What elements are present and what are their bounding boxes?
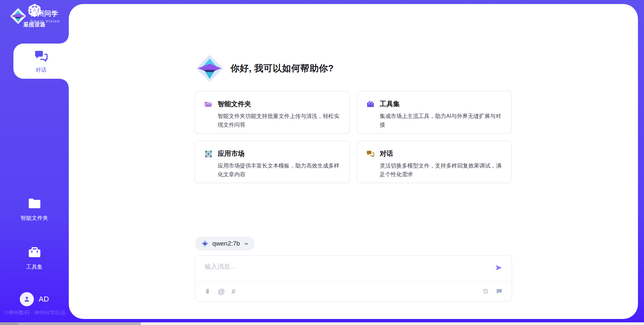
app: 你好, 我可以如何帮助你? 智能文件夹 智能文件夹功能支持批量文件上传与清洗，轻… (0, 0, 644, 325)
folder-open-icon (204, 100, 213, 109)
paperclip-icon[interactable] (204, 288, 211, 295)
card-title: 工具集 (380, 100, 502, 109)
card-smart-folder[interactable]: 智能文件夹 智能文件夹功能支持批量文件上传与清洗，轻松实现文件问答 (195, 91, 350, 133)
sidebar-item-smart-folder[interactable]: 智能文件夹 (0, 193, 69, 224)
sidebar: 神州问学 Smart Vision 对话 智能文件夹 工具集 (0, 0, 69, 325)
card-description: 应用市场提供丰富长文本模板，助力高效生成多样化文章内容 (218, 161, 340, 179)
card-app-market[interactable]: 应用市场 应用市场提供丰富长文本模板，助力高效生成多样化文章内容 (195, 141, 350, 183)
feature-cards: 智能文件夹 智能文件夹功能支持批量文件上传与清洗，轻松实现文件问答 工具集 集成… (195, 91, 512, 183)
at-sign-icon[interactable]: @ (218, 288, 225, 295)
horizontal-scrollbar[interactable] (0, 322, 644, 325)
model-selector[interactable]: qwen2:7b (195, 237, 255, 251)
sidebar-item-settings[interactable]: 系统设置 (0, 0, 69, 31)
card-toolset[interactable]: 工具集 集成市场上主流工具，助力AI与外界无缝扩展与对接 (357, 91, 512, 133)
toolbox-icon (366, 100, 375, 109)
content-column: 你好, 我可以如何帮助你? 智能文件夹 智能文件夹功能支持批量文件上传与清洗，轻… (195, 4, 512, 302)
card-text: 工具集 集成市场上主流工具，助力AI与外界无缝扩展与对接 (380, 100, 502, 129)
card-chat[interactable]: 对话 灵活切换多模型文件，支持多样回复效果调试，满足个性化需求 (357, 141, 512, 183)
scrollbar-thumb[interactable] (18, 322, 141, 325)
gear-icon (27, 3, 42, 18)
model-selector-row: qwen2:7b (195, 237, 512, 251)
card-text: 智能文件夹 智能文件夹功能支持批量文件上传与清洗，轻松实现文件问答 (218, 100, 340, 129)
user-account[interactable]: AD (0, 292, 69, 306)
brand-diamond-logo (195, 54, 224, 83)
copyright-footer: ©神州数码 · 神州问学出品 (5, 310, 65, 316)
send-icon (495, 264, 503, 272)
card-title: 对话 (380, 149, 502, 158)
user-initials: AD (39, 295, 49, 304)
grid-cube-icon (204, 149, 213, 158)
sidebar-item-label: 系统设置 (23, 21, 46, 28)
sidebar-item-label: 智能文件夹 (20, 215, 48, 222)
greeting-title: 你好, 我可以如何帮助你? (230, 62, 334, 74)
toolbox-icon (27, 245, 42, 260)
card-description: 灵活切换多模型文件，支持多样回复效果调试，满足个性化需求 (380, 161, 502, 179)
composer-right-tools (482, 288, 503, 295)
chevron-down-icon (244, 241, 249, 246)
sidebar-item-chat[interactable]: 对话 (13, 44, 69, 79)
message-input[interactable] (205, 262, 485, 278)
scrollbar-corner (0, 322, 18, 325)
card-text: 应用市场 应用市场提供丰富长文本模板，助力高效生成多样化文章内容 (218, 149, 340, 179)
card-description: 集成市场上主流工具，助力AI与外界无缝扩展与对接 (380, 112, 502, 129)
send-button[interactable] (495, 264, 503, 272)
person-icon (22, 295, 31, 304)
sidebar-item-label: 对话 (36, 67, 47, 74)
card-text: 对话 灵活切换多模型文件，支持多样回复效果调试，满足个性化需求 (380, 149, 502, 179)
brand-diamond-icon (201, 240, 209, 248)
history-icon[interactable] (482, 288, 489, 295)
message-icon[interactable] (496, 288, 503, 295)
composer-left-tools: @ # (204, 288, 235, 295)
sidebar-item-toolset[interactable]: 工具集 (0, 242, 69, 273)
greeting-block: 你好, 我可以如何帮助你? (195, 4, 512, 83)
hashtag-icon[interactable]: # (231, 288, 235, 295)
message-composer: @ # (195, 255, 512, 302)
sidebar-item-label: 工具集 (26, 264, 43, 271)
model-name: qwen2:7b (212, 240, 240, 247)
chat-bubbles-icon (34, 49, 49, 64)
composer-toolbar: @ # (204, 281, 503, 301)
avatar (20, 292, 34, 306)
folder-icon (27, 196, 42, 211)
card-title: 智能文件夹 (218, 100, 340, 109)
card-description: 智能文件夹功能支持批量文件上传与清洗，轻松实现文件问答 (218, 112, 340, 129)
card-title: 应用市场 (218, 149, 340, 158)
chat-bubbles-icon (366, 149, 375, 158)
main-content-panel: 你好, 我可以如何帮助你? 智能文件夹 智能文件夹功能支持批量文件上传与清洗，轻… (69, 4, 638, 319)
